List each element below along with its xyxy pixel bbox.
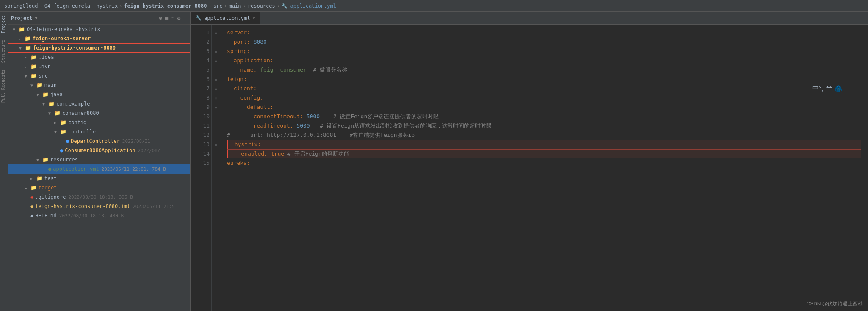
decoration-text: 中°, 半 🧥	[812, 85, 843, 92]
sidebar-icon-add[interactable]: ⊕	[159, 15, 162, 22]
breadcrumb-folder-2[interactable]: feign-hystrix-consumer-8080	[124, 3, 207, 9]
tree-item-mvn[interactable]: ► 📁 .mvn	[8, 62, 190, 71]
tree-item-config[interactable]: ► 📁 config	[8, 118, 190, 127]
code-token: port:	[234, 37, 254, 47]
tree-item-consumer8080[interactable]: ▼ 📁 consumer8080	[8, 108, 190, 118]
tree-label: controller	[68, 129, 99, 135]
folder-icon: 📁	[30, 73, 37, 79]
folder-icon: 📁	[30, 185, 37, 191]
code-token	[227, 65, 240, 75]
vertical-tab-pull-requests[interactable]: Pull Requests	[0, 66, 8, 106]
tab-close-button[interactable]: ✕	[252, 16, 255, 20]
code-line-6: feign:	[227, 75, 861, 84]
line-num-7: 7	[194, 84, 210, 93]
code-token: 5000	[307, 112, 320, 121]
arrow-icon: ►	[30, 176, 36, 181]
tree-item-depart-controller[interactable]: ► ● DepartController 2022/08/31	[8, 136, 190, 146]
tree-item-feign-eureka-server[interactable]: ► 📁 feign-eureka-server	[8, 34, 190, 43]
sidebar-dropdown-arrow[interactable]: ▼	[35, 16, 38, 20]
tree-label: Consumer8080Application	[65, 147, 135, 153]
fold-icon-6[interactable]: ◇	[212, 75, 220, 84]
arrow-icon: ▼	[19, 46, 25, 50]
sidebar-icon-minimize[interactable]: —	[183, 15, 187, 22]
tree-item-feign-hystrix-consumer[interactable]: ▼ 📁 feign-hystrix-consumer-8080	[8, 43, 190, 53]
arrow-icon: ▼	[54, 130, 60, 134]
breadcrumb-folder-1[interactable]: 04-feign-eureka -hystrix	[44, 3, 118, 9]
tree-item-com-example[interactable]: ▼ 📁 com.example	[8, 99, 190, 108]
xml-file-icon: ◆	[30, 203, 33, 209]
fold-icon-3[interactable]: ◇	[212, 47, 220, 56]
tree-item-controller[interactable]: ▼ 📁 controller	[8, 127, 190, 136]
line-num-3: 3	[194, 47, 210, 56]
breadcrumb-folder-4[interactable]: main	[229, 3, 241, 9]
watermark: CSDN @伏加特遇上西柚	[806, 300, 863, 308]
code-token: name:	[240, 65, 260, 75]
tree-item-resources[interactable]: ▼ 📁 resources	[8, 155, 190, 164]
line-num-10: 10	[194, 112, 210, 121]
sidebar-icon-filter[interactable]: ≐	[171, 15, 174, 22]
tree-item-main[interactable]: ▼ 📁 main	[8, 81, 190, 90]
tree-item-help[interactable]: ► ◆ HELP.md 2022/08/30 18:18, 430 B	[8, 211, 190, 220]
arrow-icon: ►	[25, 186, 30, 190]
code-token: true	[271, 149, 284, 158]
tree-item-test[interactable]: ► 📁 test	[8, 174, 190, 183]
vertical-tab-project[interactable]: Project	[0, 12, 8, 36]
sidebar-icon-settings[interactable]: ⚙	[177, 15, 180, 22]
breadcrumb-file[interactable]: application.yml	[282, 3, 336, 9]
tree-item-target[interactable]: ► 📁 target	[8, 183, 190, 192]
tree-label: config	[68, 119, 86, 125]
vertical-tab-structure[interactable]: Structure	[0, 36, 8, 66]
fold-icon-7[interactable]: ◇	[212, 84, 220, 93]
tree-item-feign-eureka-hystrix[interactable]: ▼ 📁 04-feign-eureka -hystrix	[8, 25, 190, 34]
line-num-6: 6	[194, 75, 210, 84]
code-line-8: config:	[227, 93, 861, 103]
folder-icon: 📁	[36, 175, 43, 181]
breadcrumb-sep-3: ›	[208, 3, 211, 9]
code-content[interactable]: server: port: 8080 spring: application:	[220, 25, 868, 311]
tree-meta: 2022/08/30 18:18, 395 B	[68, 194, 133, 200]
folder-icon: 📁	[19, 26, 25, 32]
code-token: default:	[247, 103, 274, 112]
breadcrumb-folder-5[interactable]: resources	[248, 3, 275, 9]
tree-item-idea[interactable]: ► 📁 .idea	[8, 53, 190, 62]
breadcrumb-folder-3[interactable]: src	[213, 3, 223, 9]
arrow-icon: ▼	[42, 102, 48, 106]
code-line-13: hystrix:	[227, 140, 861, 149]
breadcrumb-bar: springCloud › 04-feign-eureka -hystrix ›…	[0, 0, 868, 12]
line-num-13: 13	[194, 140, 210, 149]
fold-icon-13[interactable]: ◇	[212, 140, 220, 149]
tree-label: .gitignore	[35, 194, 66, 200]
tree-item-consumer-application[interactable]: ► ● Consumer8080Application 2022/08/	[8, 146, 190, 155]
code-line-5: name: feign-consumer # 微服务名称	[227, 65, 861, 75]
fold-icon-9[interactable]: ◇	[212, 103, 220, 112]
code-line-12: # url: http://127.0.0.1:8081 #客户端提供feign…	[227, 131, 861, 140]
tree-item-java[interactable]: ▼ 📁 java	[8, 90, 190, 99]
code-token	[228, 140, 235, 149]
folder-icon: 📁	[42, 92, 49, 97]
tab-application-yml[interactable]: 🔧 application.yml ✕	[191, 12, 260, 24]
fold-icon-8[interactable]: ◇	[212, 93, 220, 103]
code-token: server:	[227, 28, 250, 37]
folder-icon: 📁	[42, 157, 49, 163]
vertical-labels: Project Structure Pull Requests	[0, 12, 8, 311]
code-token	[227, 103, 247, 112]
code-token	[228, 149, 241, 158]
fold-icon-1[interactable]: ◇	[212, 28, 220, 37]
editor-area: 🔧 application.yml ✕ 1 2 3 4 5 6 7 8 9 10…	[191, 12, 868, 311]
folder-icon: 📁	[60, 119, 66, 125]
folder-icon: 📁	[60, 129, 66, 135]
tree-item-iml[interactable]: ► ◆ feign-hystrix-consumer-8080.iml 2023…	[8, 202, 190, 211]
md-file-icon: ◆	[30, 213, 33, 219]
tree-label: feign-hystrix-consumer-8080	[33, 45, 116, 51]
folder-icon: 📁	[48, 101, 55, 107]
code-token: 8080	[254, 37, 267, 47]
tree-item-src[interactable]: ▼ 📁 src	[8, 71, 190, 81]
sidebar-icon-list[interactable]: ≡	[165, 15, 168, 22]
git-file-icon: ◆	[30, 194, 33, 200]
tree-item-application-yml[interactable]: ► ● application.yml 2023/05/11 22:01, 78…	[8, 164, 190, 174]
code-line-10: connectTimeout: 5000 # 设置Feign客户端连接提供者的超…	[227, 112, 861, 121]
tree-item-gitignore[interactable]: ► ◆ .gitignore 2022/08/30 18:18, 395 B	[8, 192, 190, 202]
breadcrumb-springcloud[interactable]: springCloud	[4, 3, 38, 9]
gutter-icons: ◇ ◇ ◇ ◇ ◇ ◇ ◇ ◇	[212, 25, 220, 311]
fold-icon-4[interactable]: ◇	[212, 56, 220, 65]
